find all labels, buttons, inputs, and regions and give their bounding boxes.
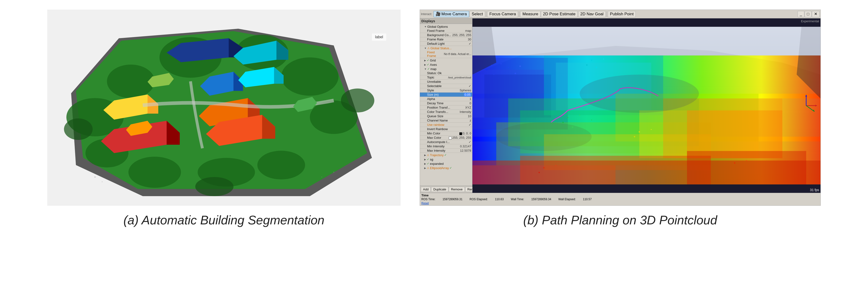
close-btn[interactable]: ✕ — [812, 11, 819, 17]
trajectory-item[interactable]: ▶ ⚠ Trajectory ✓ — [420, 153, 472, 157]
max-color-row[interactable]: Max Color 255; 255; 255 — [420, 136, 472, 140]
timebar-header: Time — [421, 193, 819, 197]
svg-point-91 — [734, 162, 735, 164]
ros-time-label: ROS Time: — [421, 197, 435, 201]
wall-elapsed-label: Wall Elapsed: — [558, 197, 576, 201]
svg-point-4 — [107, 64, 155, 98]
ros-elapsed-value: 110.63 — [495, 197, 504, 201]
ellipsoid-array-item[interactable]: ▶ ⚠ EllipsoidArray ✓ — [420, 166, 472, 170]
select-btn[interactable]: Select — [470, 11, 485, 17]
max-intensity-row[interactable]: Max Intensity 12.5078 — [420, 148, 472, 153]
svg-point-78 — [615, 62, 616, 63]
svg-point-77 — [586, 64, 588, 66]
svg-point-33 — [64, 118, 93, 140]
svg-point-36 — [94, 176, 96, 178]
wall-time-label: Wall Time: — [511, 197, 524, 201]
left-panel: label (a) Automatic Building Segmentatio… — [47, 9, 401, 227]
min-color-row[interactable]: Min Color 0; 0; 0 — [420, 131, 472, 136]
sg-item[interactable]: ▶ ✓ sg — [420, 157, 472, 161]
fps-label: 31 fps — [810, 188, 819, 192]
expanded-item[interactable]: ▶ ✓ expanded — [420, 161, 472, 166]
svg-point-75 — [591, 59, 592, 61]
autocompute-row[interactable]: Autocompute I... ✓ — [420, 140, 472, 144]
maximize-btn[interactable]: □ — [805, 11, 811, 17]
svg-point-81 — [579, 115, 580, 115]
use-rainbow-row[interactable]: Use rainbow ✓ — [420, 123, 472, 127]
svg-point-38 — [333, 171, 335, 173]
alpha-row[interactable]: Alpha 1 — [420, 97, 472, 101]
add-button[interactable]: Add — [421, 187, 431, 192]
rviz-window: Interact: 🎥 Move Camera Select Focus Cam… — [420, 9, 821, 206]
svg-point-79 — [596, 67, 597, 68]
measure-btn[interactable]: Measure — [520, 11, 540, 17]
focus-camera-btn[interactable]: Focus Camera — [487, 11, 518, 17]
svg-rect-61 — [687, 110, 782, 158]
topic-row[interactable]: Topic /test_primitive/cloud — [420, 75, 472, 80]
right-panel: Interact: 🎥 Move Camera Select Focus Cam… — [420, 9, 821, 227]
default-light-row[interactable]: Default Light ✓ — [420, 42, 472, 46]
ros-time-value: 1597289059.31 — [443, 197, 462, 201]
toolbar-sep-3 — [607, 11, 607, 17]
toolbar-sep-1 — [486, 11, 486, 17]
svg-point-37 — [102, 181, 103, 182]
map-item[interactable]: ▼ ✓ map — [420, 67, 472, 71]
svg-point-70 — [486, 69, 488, 71]
svg-point-83 — [591, 119, 592, 120]
svg-point-86 — [651, 129, 652, 130]
camera-icon: 🎥 — [436, 11, 441, 17]
decay-time-row[interactable]: Decay Time 0 — [420, 101, 472, 106]
rviz-3d-viewport[interactable]: Experimental 31 fps — [472, 19, 820, 193]
wall-time-value: 1597289059.34 — [531, 197, 551, 201]
global-status-item[interactable]: ▼ ⚠ Global Status... — [420, 46, 472, 50]
displays-footer: Add Duplicate Remove Rename — [420, 186, 472, 193]
color-transform-row[interactable]: Color Transfo... Intensity — [420, 110, 472, 114]
move-camera-btn[interactable]: 🎥 Move Camera — [434, 11, 469, 17]
remove-button[interactable]: Remove — [449, 187, 465, 192]
fixed-frame-status-row[interactable]: Fixed Frame No tf data. Actual er... — [420, 50, 472, 58]
left-caption: (a) Automatic Building Segmentation — [123, 213, 324, 227]
style-row[interactable]: Style Spheres — [420, 88, 472, 92]
invert-rainbow-row[interactable]: Invert Rainbow — [420, 127, 472, 131]
reset-button[interactable]: Reset — [421, 202, 429, 205]
right-caption: (b) Path Planning on 3D Pointcloud — [523, 213, 717, 227]
selectable-row[interactable]: Selectable ✓ — [420, 84, 472, 88]
svg-point-92 — [746, 160, 747, 161]
displays-header: Displays — [420, 19, 472, 24]
channel-name-row[interactable]: Channel Name z — [420, 118, 472, 123]
minimize-btn[interactable]: _ — [798, 11, 804, 17]
duplicate-button[interactable]: Duplicate — [431, 187, 448, 192]
publish-point-btn[interactable]: Publish Point — [608, 11, 636, 17]
size-row[interactable]: Size (m) 0.05 — [420, 92, 472, 97]
pos-transform-row[interactable]: Position Transf... XYZ — [420, 106, 472, 110]
displays-panel: Displays ▼ Global Options Fixed Frame ma… — [420, 19, 472, 193]
svg-point-67 — [496, 122, 592, 151]
timebar-row: ROS Time: 1597289059.31 ROS Elapsed: 110… — [421, 197, 819, 201]
grid-item[interactable]: ▶ ✓ Grid — [420, 58, 472, 62]
svg-point-80 — [567, 117, 568, 118]
fixed-frame-row[interactable]: Fixed Frame map — [420, 29, 472, 33]
frame-rate-row[interactable]: Frame Rate 30 — [420, 37, 472, 42]
displays-tree[interactable]: ▼ Global Options Fixed Frame map Backgro… — [420, 24, 472, 186]
queue-size-row[interactable]: Queue Size 10 — [420, 114, 472, 118]
svg-point-34 — [341, 88, 374, 112]
pose-estimate-btn[interactable]: 2D Pose Estimate — [541, 11, 578, 17]
svg-text:label: label — [375, 35, 383, 39]
segmentation-image: label — [47, 9, 401, 206]
bg-color-row[interactable]: Background Co... 255; 255; 255 — [420, 33, 472, 37]
wall-elapsed-value: 110.57 — [583, 197, 592, 201]
svg-point-71 — [508, 67, 509, 68]
nav-goal-btn[interactable]: 2D Nav Goal — [578, 11, 606, 17]
svg-point-85 — [639, 131, 640, 133]
rviz-container: Interact: 🎥 Move Camera Select Focus Cam… — [420, 9, 821, 206]
min-intensity-row[interactable]: Min Intensity 0.32147 — [420, 144, 472, 148]
svg-point-89 — [556, 165, 556, 166]
global-options-item[interactable]: ▼ Global Options — [420, 24, 472, 29]
unreliable-row[interactable]: Unreliable — [420, 80, 472, 84]
expand-arrow: ▼ — [424, 25, 427, 28]
ros-elapsed-label: ROS Elapsed: — [470, 197, 488, 201]
svg-point-82 — [562, 121, 564, 123]
timebar-reset: Reset — [421, 201, 819, 205]
svg-point-66 — [580, 75, 699, 113]
status-ok-row[interactable]: Status: Ok — [420, 71, 472, 75]
axes-item[interactable]: ▶ ✓ Axes — [420, 62, 472, 67]
